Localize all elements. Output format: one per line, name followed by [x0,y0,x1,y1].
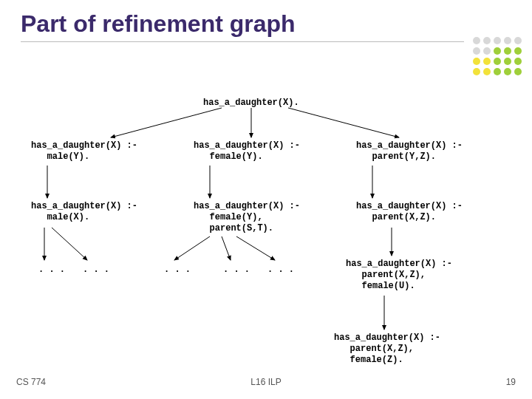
decorative-dot [494,68,501,75]
decorative-dot [473,68,480,75]
ellipsis-3: . . . [164,265,191,275]
decorative-dot [483,68,491,75]
node-r1-c2: has_a_daughter(X) :- parent(Y,Z). [356,140,463,163]
decorative-dot [504,68,511,75]
node-r2-c1: has_a_daughter(X) :- female(Y), parent(S… [194,201,300,234]
node-r3-c2b: has_a_daughter(X) :- parent(X,Z), female… [334,332,440,366]
arrows-layer [0,0,532,399]
decorative-dot [483,47,491,55]
ellipsis-4: . . . [223,265,250,275]
decorative-dot [473,58,480,65]
ellipsis-2: . . . [83,265,109,275]
decorative-dot [494,58,501,65]
footer-left: CS 774 [16,377,46,387]
node-r2-c2: has_a_daughter(X) :- parent(X,Z). [356,201,463,223]
node-r1-c0: has_a_daughter(X) :- male(Y). [31,140,137,163]
decorative-dot [504,47,511,55]
svg-line-0 [111,108,222,137]
svg-line-7 [52,228,87,260]
decorative-dot [514,68,522,75]
ellipsis-1: . . . [38,265,65,275]
svg-line-10 [236,236,275,260]
ellipsis-5: . . . [267,265,294,275]
svg-line-9 [222,236,231,260]
slide-title: Part of refinement graph [21,10,296,38]
svg-line-8 [174,236,210,260]
decorative-dot [494,47,501,55]
decorative-dot [483,58,491,65]
decorative-dot [473,37,480,44]
svg-line-2 [288,108,399,137]
node-r3-c2a: has_a_daughter(X) :- parent(X,Z), female… [346,259,452,292]
decorative-dot [483,37,491,44]
footer-right: 19 [506,377,516,387]
decorative-dot [514,58,522,65]
decorative-dot [473,47,480,55]
decorative-dot [504,37,511,44]
decorative-dot-grid [473,37,523,77]
node-root: has_a_daughter(X). [203,98,299,109]
node-r2-c0: has_a_daughter(X) :- male(X). [31,201,137,223]
decorative-dot [514,37,522,44]
title-rule [21,41,464,42]
decorative-dot [514,47,522,55]
decorative-dot [504,58,511,65]
node-r1-c1: has_a_daughter(X) :- female(Y). [194,140,300,163]
decorative-dot [494,37,501,44]
footer-center: L16 ILP [250,377,281,387]
